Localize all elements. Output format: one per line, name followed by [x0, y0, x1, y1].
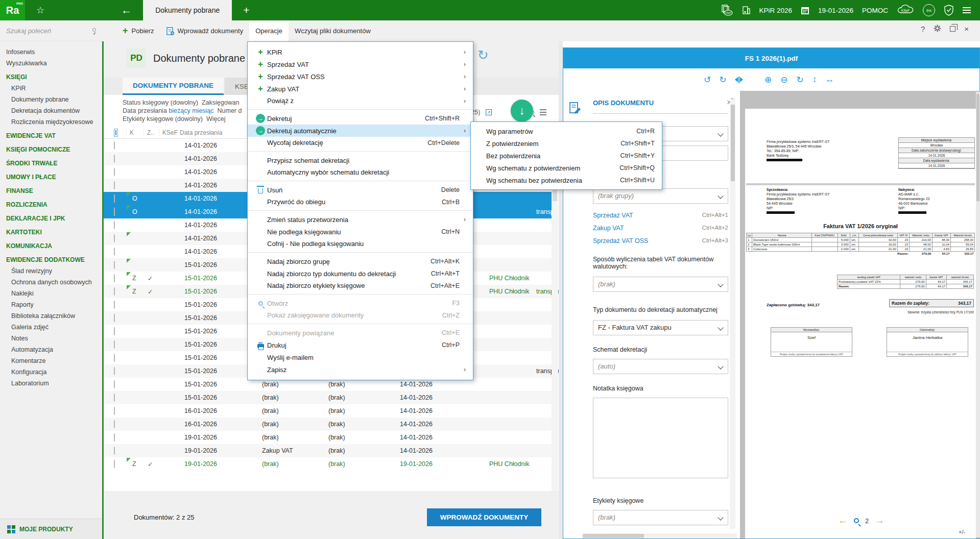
menu-item[interactable]: Pokaż zaksięgowane dokumenty Ctrl+Z	[248, 309, 473, 324]
menu-item[interactable]: Sprzedaż VAT OSS ›	[248, 70, 473, 83]
ledger-link[interactable]: Sprzedaż VAT OSSCtrl+Alt+3	[593, 237, 728, 244]
pane-divider[interactable]	[559, 41, 563, 539]
notatka-textarea[interactable]	[593, 398, 728, 478]
menu-item[interactable]: Dekretuj automatycznie ›	[248, 125, 473, 137]
row-checkbox[interactable]	[114, 420, 115, 428]
ledger-link[interactable]: Zakup VATCtrl+Alt+2	[593, 225, 728, 232]
pobierz-button[interactable]: +Pobierz	[116, 20, 160, 41]
menu-item[interactable]: Drukuj Ctrl+P	[248, 339, 473, 351]
hamburger-menu-icon[interactable]	[963, 7, 971, 13]
sidebar-item[interactable]: KPiR	[0, 83, 102, 94]
sidebar-item[interactable]: KSIĘGI POMOCNICZE	[0, 144, 102, 155]
row-checkbox[interactable]	[114, 248, 115, 256]
sidebar-item[interactable]: Dokumenty pobrane	[0, 94, 102, 105]
menu-item[interactable]: Cofnij - Nie podlega księgowaniu	[248, 238, 473, 253]
operacje-menu-trigger[interactable]: Operacje	[249, 20, 289, 41]
row-checkbox[interactable]	[114, 234, 115, 242]
wczytaj-pliki-button[interactable]: Wczytaj pliki dokumentów	[289, 20, 377, 41]
wprowadz-dokumenty-button[interactable]: Wprowadź dokumenty	[160, 20, 250, 41]
menu-item[interactable]: KPiR ›	[248, 46, 473, 58]
sidebar-item[interactable]: ROZLICZENIA	[0, 199, 102, 210]
menu-item[interactable]: Wycofaj dekretację Ctrl+Delete	[248, 137, 473, 152]
ksef-export-icon[interactable]: KSeF	[720, 5, 733, 16]
filter-data-value[interactable]: bieżący miesiąc	[169, 107, 213, 114]
sidebar-item[interactable]: Notes	[0, 333, 102, 344]
row-checkbox[interactable]	[114, 354, 115, 362]
opis-scrollbar[interactable]: ⌃	[730, 97, 735, 529]
filter-numer[interactable]: Numer d	[218, 107, 242, 114]
menu-item[interactable]: Dokumenty powiązane Ctrl+E	[248, 327, 473, 339]
sidebar-item[interactable]: FINANSE	[0, 185, 102, 197]
row-checkbox[interactable]	[114, 340, 115, 349]
ledger-link[interactable]: Sprzedaż VATCtrl+Alt+1	[593, 212, 728, 219]
sidebar-item[interactable]: Komentarze	[0, 355, 102, 366]
sidebar-item[interactable]: EWIDENCJE DODATKOWE	[0, 254, 102, 265]
sidebar-item[interactable]: KSIĘGI	[0, 71, 102, 83]
favorites-star-icon[interactable]: ☆	[36, 5, 44, 16]
submenu-item[interactable]: Wg schematu z potwierdzeniem Ctrl+Shift+…	[471, 162, 662, 174]
submenu-item[interactable]: Wg parametrów Ctrl+R	[471, 125, 662, 137]
etykiety-dropdown[interactable]: (brak)	[593, 510, 728, 525]
row-checkbox[interactable]	[114, 433, 115, 442]
select-all-checkbox[interactable]	[114, 129, 118, 137]
row-checkbox[interactable]	[114, 407, 115, 415]
current-date-label[interactable]: 19-01-2026	[818, 7, 853, 14]
sidebar-item[interactable]: Raporty	[0, 299, 102, 310]
row-checkbox[interactable]	[114, 380, 115, 388]
split-view-icon[interactable]	[735, 77, 744, 83]
table-row[interactable]: 15-01-2026 (brak) (brak) 14-01-2026	[104, 391, 555, 404]
sidebar-item[interactable]: UMOWY I PŁACE	[0, 172, 102, 183]
row-checkbox[interactable]	[114, 327, 115, 335]
sidebar-item[interactable]: ŚRODKI TRWAŁE	[0, 158, 102, 169]
list-options-icon[interactable]	[540, 109, 546, 115]
doc-type-dropdown[interactable]: FZ - Faktura VAT zakupu	[593, 320, 728, 335]
document-description-icon[interactable]	[568, 102, 582, 117]
insert-badge-icon[interactable]: Ins	[923, 4, 935, 16]
table-row[interactable]: Z ✓ 19-01-2026 (brak) (brak) 19-01-2026 …	[104, 457, 555, 471]
open-external-icon[interactable]: ↗	[486, 109, 492, 115]
settings-gear-icon[interactable]	[934, 24, 941, 34]
calendar-icon[interactable]	[801, 6, 809, 15]
previous-page-icon[interactable]: ←	[838, 515, 848, 526]
menu-item[interactable]: Nie podlega księgowaniu Ctrl+N	[248, 226, 473, 238]
menu-item[interactable]: Otwórz F3	[248, 297, 473, 309]
row-checkbox[interactable]	[114, 301, 115, 309]
submenu-item[interactable]: Wg schematu bez potwierdzenia Ctrl+Shift…	[471, 174, 662, 186]
row-checkbox[interactable]	[114, 261, 115, 269]
group-dropdown[interactable]: (brak grupy)	[593, 188, 728, 204]
row-checkbox[interactable]	[114, 367, 115, 375]
filter-zaksiegowany[interactable]: Zaksięgowan	[202, 99, 240, 106]
rotate-left-icon[interactable]: ↺	[704, 75, 711, 85]
sidebar-search[interactable]: Szukaj poleceń	[0, 20, 102, 41]
row-checkbox[interactable]	[114, 287, 115, 296]
row-checkbox[interactable]	[114, 394, 115, 402]
table-row[interactable]: 19-01-2026 (brak) (brak) 14-01-2026	[104, 431, 555, 444]
sidebar-item[interactable]: Konfiguracja	[0, 366, 102, 378]
menu-item[interactable]: Usuń Delete	[248, 184, 473, 196]
menu-item[interactable]: Wyślij e-mailem	[248, 351, 473, 363]
sidebar-item[interactable]: Rozliczenia międzyokresowe	[0, 116, 102, 128]
menu-item[interactable]: Zapisz ›	[248, 363, 473, 376]
menu-item[interactable]: Dekretuj Ctrl+Shift+R	[248, 112, 473, 125]
table-row[interactable]: 16-01-2026 (brak) (brak) 14-01-2026	[104, 418, 555, 431]
filter-etykiety[interactable]: Etykiety księgowe (dowolny)	[123, 115, 203, 122]
fit-height-icon[interactable]: ↕	[812, 75, 817, 85]
menu-item[interactable]: Automatyczny wybór schematu dekretacji	[248, 166, 473, 181]
sidebar-item[interactable]: Infoserwis	[0, 46, 102, 58]
row-checkbox[interactable]	[114, 194, 115, 203]
opis-horizontal-scrollbar[interactable]	[583, 533, 737, 538]
row-checkbox[interactable]	[114, 181, 115, 189]
back-arrow-icon[interactable]: ←	[121, 4, 132, 16]
filter-data-przeslania[interactable]: Data przesłania	[123, 107, 167, 114]
wprowadz-dokumenty-action-button[interactable]: WPROWADŹ DOKUMENTY	[427, 508, 541, 526]
page-zoom-icon[interactable]	[854, 518, 859, 523]
menu-item[interactable]: Nadaj zbiorczo typ dokumentu do dekretac…	[248, 267, 473, 280]
moje-produkty-bar[interactable]: MOJE PRODUKTY	[0, 519, 102, 539]
ksef-cloud-icon[interactable]: KSeF	[897, 5, 914, 16]
row-checkbox[interactable]	[114, 221, 115, 229]
menu-item[interactable]: Nadaj zbiorczo grupę Ctrl+Alt+K	[248, 255, 473, 267]
submenu-item[interactable]: Z potwierdzeniem Ctrl+Shift+T	[471, 137, 662, 150]
sidebar-item[interactable]: Wyszukiwarka	[0, 58, 102, 69]
rotate-right-icon[interactable]: ↻	[719, 75, 726, 85]
submenu-item[interactable]: Bez potwierdzenia Ctrl+Shift+Y	[471, 150, 662, 162]
